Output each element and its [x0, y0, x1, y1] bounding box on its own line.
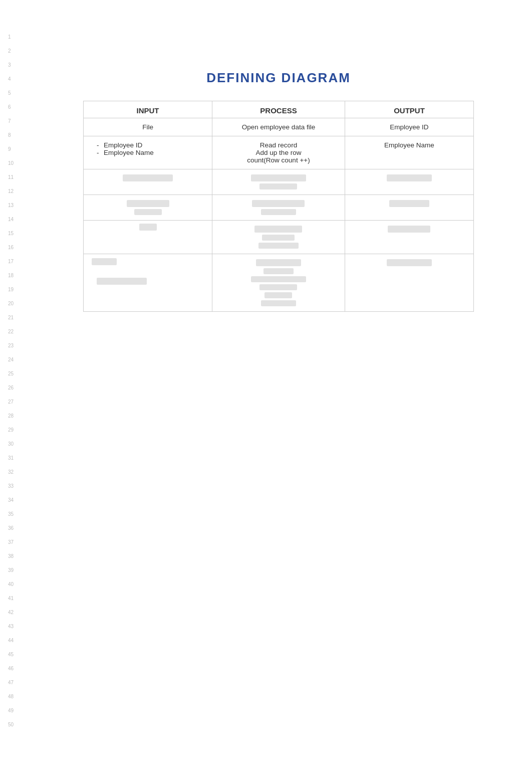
line-num-39: 39 [8, 563, 14, 577]
line-num-2: 2 [8, 44, 14, 58]
table-row-blurred-4 [84, 195, 474, 221]
line-num-23: 23 [8, 339, 14, 353]
line-num-9: 9 [8, 142, 14, 156]
blurred-output-3 [345, 169, 473, 195]
page-title: DEFINING DIAGRAM [65, 70, 492, 86]
table-row-blurred-3 [84, 169, 474, 195]
line-num-43: 43 [8, 620, 14, 634]
line-num-31: 31 [8, 451, 14, 465]
blurred-input-5 [84, 221, 212, 254]
line-num-12: 12 [8, 184, 14, 199]
line-num-3: 3 [8, 58, 14, 72]
line-num-47: 47 [8, 676, 14, 690]
line-num-13: 13 [8, 199, 14, 213]
line-num-48: 48 [8, 690, 14, 704]
header-input: INPUT [84, 101, 212, 118]
line-num-17: 17 [8, 255, 14, 269]
blurred-output-5 [345, 221, 473, 254]
line-num-6: 6 [8, 100, 14, 114]
line-num-38: 38 [8, 549, 14, 563]
line-num-36: 36 [8, 521, 14, 535]
blurred-process-3 [212, 169, 345, 195]
line-num-4: 4 [8, 72, 14, 86]
line-num-11: 11 [8, 170, 14, 184]
header-output: OUTPUT [345, 101, 473, 118]
input-list-item-2: Employee Name [97, 149, 204, 156]
output-employee-id: Employee ID [345, 118, 473, 136]
line-num-22: 22 [8, 325, 14, 339]
process-steps: Read record Add up the row count(Row cou… [212, 136, 345, 169]
line-num-33: 33 [8, 479, 14, 493]
line-num-18: 18 [8, 269, 14, 283]
table-header-row: INPUT PROCESS OUTPUT [84, 101, 474, 118]
line-num-27: 27 [8, 395, 14, 409]
blurred-output-6 [345, 254, 473, 312]
line-num-40: 40 [8, 577, 14, 592]
line-num-1: 1 [8, 30, 14, 44]
line-num-30: 30 [8, 437, 14, 451]
line-num-7: 7 [8, 114, 14, 128]
line-num-5: 5 [8, 86, 14, 100]
process-line-3: count(Row count ++) [220, 156, 337, 164]
line-num-25: 25 [8, 367, 14, 381]
line-num-15: 15 [8, 227, 14, 241]
table-row-1: File Open employee data file Employee ID [84, 118, 474, 136]
line-num-21: 21 [8, 311, 14, 325]
input-file: File [84, 118, 212, 136]
input-list-item-1: Employee ID [97, 141, 204, 149]
input-list: Employee ID Employee Name [92, 141, 204, 156]
blurred-process-6 [212, 254, 345, 312]
line-num-46: 46 [8, 662, 14, 676]
blurred-process-5 [212, 221, 345, 254]
defining-diagram-table: INPUT PROCESS OUTPUT File Open employee … [83, 101, 474, 312]
line-num-10: 10 [8, 156, 14, 170]
line-num-44: 44 [8, 634, 14, 648]
line-num-8: 8 [8, 128, 14, 142]
line-num-24: 24 [8, 353, 14, 367]
blurred-input-4 [84, 195, 212, 221]
line-num-16: 16 [8, 241, 14, 255]
header-process: PROCESS [212, 101, 345, 118]
line-num-35: 35 [8, 507, 14, 521]
line-num-28: 28 [8, 409, 14, 423]
output-employee-name: Employee Name [345, 136, 473, 169]
line-num-34: 34 [8, 493, 14, 507]
table-row-blurred-6 [84, 254, 474, 312]
table-row-2: Employee ID Employee Name Read record Ad… [84, 136, 474, 169]
blurred-process-4 [212, 195, 345, 221]
line-num-19: 19 [8, 283, 14, 297]
blurred-input-6 [84, 254, 212, 312]
line-num-37: 37 [8, 535, 14, 549]
line-num-32: 32 [8, 465, 14, 479]
blurred-output-4 [345, 195, 473, 221]
line-num-45: 45 [8, 648, 14, 662]
table-row-blurred-5 [84, 221, 474, 254]
line-num-20: 20 [8, 297, 14, 311]
input-employees: Employee ID Employee Name [84, 136, 212, 169]
blurred-input-3 [84, 169, 212, 195]
line-num-29: 29 [8, 423, 14, 437]
line-num-26: 26 [8, 381, 14, 395]
line-num-14: 14 [8, 213, 14, 227]
process-line-2: Add up the row [220, 149, 337, 156]
line-num-42: 42 [8, 606, 14, 620]
line-num-50: 50 [8, 718, 14, 732]
process-line-1: Read record [220, 141, 337, 149]
process-open: Open employee data file [212, 118, 345, 136]
line-num-49: 49 [8, 704, 14, 718]
line-num-41: 41 [8, 592, 14, 606]
